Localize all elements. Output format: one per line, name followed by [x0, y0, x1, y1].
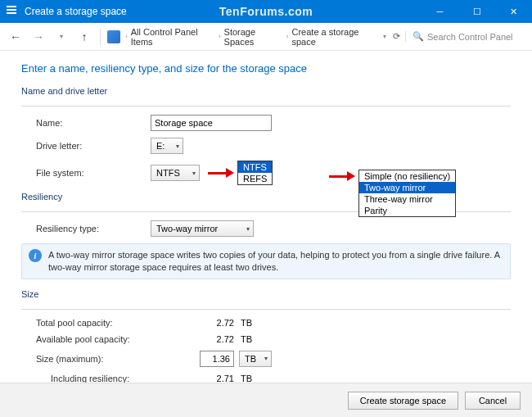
incl-unit: TB: [241, 374, 252, 383]
fs-option-refs[interactable]: REFS: [238, 173, 272, 184]
search-input[interactable]: [427, 32, 525, 42]
footer: Create storage space Cancel: [0, 383, 532, 417]
info-icon: i: [29, 249, 42, 262]
control-panel-icon: [107, 30, 120, 43]
size-max-input[interactable]: [200, 351, 234, 367]
label-avail: Available pool capacity:: [21, 334, 151, 344]
label-fs: File system:: [21, 168, 151, 178]
total-unit: TB: [241, 318, 252, 328]
name-input[interactable]: [151, 115, 272, 131]
drive-letter-dropdown[interactable]: E:: [151, 138, 183, 154]
recent-button[interactable]: ▾: [52, 28, 70, 46]
filesystem-popup[interactable]: NTFS REFS: [237, 161, 273, 185]
label-drive: Drive letter:: [21, 141, 151, 151]
avail-unit: TB: [241, 334, 252, 344]
close-button[interactable]: ✕: [495, 0, 532, 23]
arrow-icon: [208, 166, 234, 179]
avail-value: 2.72: [200, 334, 241, 344]
search-icon: 🔍: [413, 31, 424, 42]
section-name-drive: Name and drive letter: [21, 86, 511, 97]
resiliency-dropdown[interactable]: Two-way mirror: [151, 220, 254, 237]
forward-button: →: [29, 28, 47, 46]
size-unit-dropdown[interactable]: TB: [239, 351, 272, 367]
fs-option-ntfs[interactable]: NTFS: [238, 161, 272, 173]
resiliency-popup[interactable]: Simple (no resiliency) Two-way mirror Th…: [358, 170, 456, 217]
cancel-button[interactable]: Cancel: [465, 392, 521, 410]
resiliency-info-text: A two-way mirror storage space writes tw…: [48, 249, 503, 274]
label-name: Name:: [21, 118, 151, 128]
section-size: Size: [21, 289, 511, 301]
res-option-twoway[interactable]: Two-way mirror: [359, 182, 455, 193]
crumb-c[interactable]: Create a storage space: [291, 27, 378, 47]
res-option-simple[interactable]: Simple (no resiliency): [359, 170, 455, 182]
titlebar: Create a storage space TenForums.com ─ ☐…: [0, 0, 532, 23]
res-option-parity[interactable]: Parity: [359, 205, 455, 216]
arrow-icon: [329, 170, 355, 183]
page-title: Enter a name, resiliency type, and size …: [21, 62, 511, 75]
maximize-button[interactable]: ☐: [458, 0, 495, 23]
breadcrumb[interactable]: › All Control Panel Items › Storage Spac…: [125, 27, 378, 47]
filesystem-dropdown[interactable]: NTFS: [151, 165, 200, 181]
toolbar: ← → ▾ ↑ › All Control Panel Items › Stor…: [0, 23, 532, 51]
refresh-icon[interactable]: ⟳: [393, 31, 400, 42]
label-incl: Including resiliency:: [21, 374, 151, 383]
label-restype: Resiliency type:: [21, 224, 151, 233]
watermark-text: TenForums.com: [219, 5, 313, 18]
incl-value: 2.71: [200, 374, 241, 383]
label-sizemax: Size (maximum):: [21, 354, 151, 364]
res-option-threeway[interactable]: Three-way mirror: [359, 193, 455, 205]
crumb-b[interactable]: Storage Spaces: [224, 27, 283, 47]
up-button[interactable]: ↑: [75, 28, 93, 46]
create-button[interactable]: Create storage space: [348, 392, 458, 410]
back-button[interactable]: ←: [7, 28, 25, 46]
menu-icon[interactable]: [7, 6, 18, 17]
breadcrumb-dropdown[interactable]: ▾: [383, 33, 386, 40]
minimize-button[interactable]: ─: [422, 0, 458, 23]
crumb-a[interactable]: All Control Panel Items: [131, 27, 215, 47]
label-total: Total pool capacity:: [21, 318, 151, 328]
resiliency-info: i A two-way mirror storage space writes …: [21, 243, 511, 279]
total-value: 2.72: [200, 318, 241, 328]
